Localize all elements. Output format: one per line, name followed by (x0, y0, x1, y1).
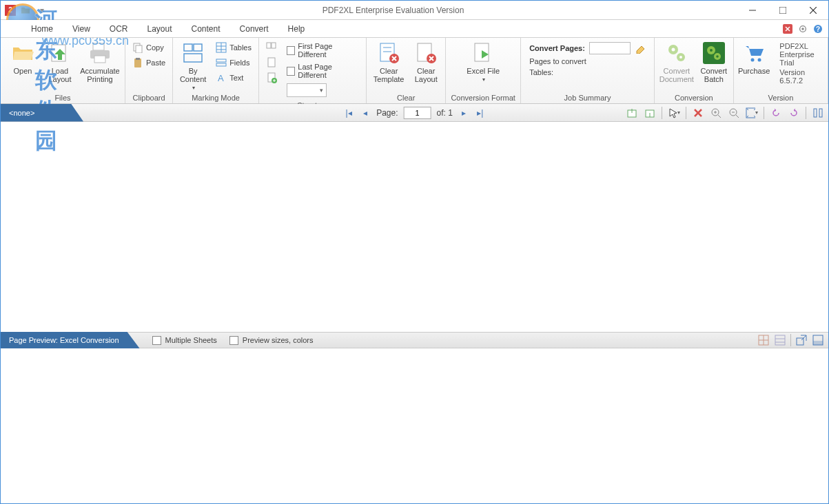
by-content-button[interactable]: By Content ▾ (176, 39, 210, 92)
rotate-left-icon[interactable] (770, 107, 782, 119)
structure-page-icon[interactable] (263, 56, 280, 70)
svg-text:A: A (218, 73, 224, 83)
help-icon[interactable]: ? (812, 23, 824, 35)
first-page-different-checkbox[interactable]: First Page Different (284, 41, 362, 60)
tables-label: Tables: (529, 68, 553, 76)
svg-rect-25 (216, 63, 226, 66)
minimize-button[interactable] (737, 1, 768, 20)
title-bar: 2 ▾ PDF2XL Enterprise Evaluation Version (1, 1, 828, 20)
dock-icon[interactable] (812, 334, 824, 346)
text-button[interactable]: A Text (213, 71, 254, 85)
delete-icon[interactable] (692, 107, 704, 119)
svg-rect-12 (94, 56, 105, 63)
gears-icon (666, 42, 688, 64)
last-page-different-checkbox[interactable]: Last Page Different (284, 61, 362, 81)
preview-table-icon[interactable] (774, 334, 786, 346)
accumulate-printing-button[interactable]: Accumulate Printing (78, 39, 122, 92)
next-page-button[interactable]: ▸ (458, 107, 469, 118)
version-line1: PDF2XL Enterprise Trial (779, 42, 818, 67)
svg-point-6 (801, 28, 804, 30)
first-page-button[interactable]: |◂ (343, 107, 354, 118)
page-number-input[interactable] (404, 107, 431, 119)
structure-add-icon[interactable] (263, 71, 280, 85)
svg-rect-28 (272, 43, 276, 48)
menu-content[interactable]: Content (182, 21, 230, 36)
load-layout-icon (49, 42, 71, 64)
zoom-in-icon[interactable] (710, 107, 722, 119)
folder-open-icon (12, 42, 34, 64)
svg-rect-14 (136, 45, 142, 53)
copy-icon (132, 42, 143, 53)
page-of-label: of: 1 (437, 108, 453, 118)
structure-pages-icon[interactable] (263, 41, 280, 54)
menu-home[interactable]: Home (21, 21, 63, 36)
fit-page-icon[interactable]: ▾ (746, 107, 758, 119)
prev-page-button[interactable]: ◂ (360, 107, 371, 118)
close-ribbon-icon[interactable] (781, 23, 794, 35)
window-title: PDF2XL Enterprise Evaluation Version (49, 6, 737, 15)
menu-help[interactable]: Help (278, 21, 315, 36)
preview-tab[interactable]: Page Preview: Excel Conversion (1, 332, 140, 348)
excel-file-button[interactable]: Excel File ▾ (449, 39, 518, 92)
close-button[interactable] (798, 1, 828, 20)
clear-layout-button[interactable]: Clear Layout (409, 39, 442, 92)
qat-open-icon[interactable] (19, 3, 32, 17)
ribbon-group-conversion-format: Excel File ▾ Conversion Format (446, 38, 521, 103)
svg-point-41 (671, 48, 675, 52)
copy-button[interactable]: Copy (130, 41, 168, 54)
svg-rect-1 (779, 7, 786, 14)
document-tab[interactable]: <none> (1, 104, 83, 122)
cart-icon (743, 42, 765, 64)
load-layout-button[interactable]: Load Layout (43, 39, 76, 92)
menu-convert[interactable]: Convert (230, 21, 278, 36)
clear-template-icon (378, 42, 400, 64)
version-line2: Version 6.5.7.2 (779, 68, 818, 85)
tables-button[interactable]: Tables (213, 41, 254, 54)
fields-button[interactable]: Fields (213, 56, 254, 70)
paste-button[interactable]: Paste (130, 56, 168, 70)
purchase-button[interactable]: Purchase (737, 39, 771, 92)
app-logo-icon: 2 (5, 5, 16, 16)
svg-rect-60 (775, 335, 785, 345)
clear-template-button[interactable]: Clear Template (369, 39, 408, 92)
tool-export-icon[interactable] (626, 107, 638, 119)
svg-rect-10 (93, 43, 104, 50)
structure-dropdown[interactable]: ▾ (284, 82, 362, 98)
preview-sizes-checkbox[interactable]: Preview sizes, colors (229, 336, 314, 345)
svg-point-46 (710, 49, 713, 52)
preview-area (1, 348, 828, 503)
maximize-button[interactable] (768, 1, 798, 20)
chevron-down-icon: ▾ (192, 85, 195, 91)
open-button[interactable]: Open (3, 39, 42, 92)
cursor-icon[interactable]: ▾ (668, 107, 680, 119)
checkbox-icon (287, 46, 295, 55)
convert-pages-input[interactable] (589, 42, 631, 54)
columns-icon[interactable] (812, 107, 824, 119)
page-navigator: |◂ ◂ Page: of: 1 ▸ ▸| (343, 107, 486, 119)
zoom-out-icon[interactable] (728, 107, 740, 119)
document-area (1, 122, 828, 332)
convert-batch-button[interactable]: Convert Batch (697, 39, 730, 92)
svg-rect-55 (814, 109, 817, 117)
eraser-icon[interactable] (635, 43, 646, 54)
pages-to-convert-label: Pages to convert (529, 57, 586, 65)
svg-text:?: ? (816, 25, 820, 33)
clear-layout-icon (415, 42, 437, 64)
menu-view[interactable]: View (63, 21, 100, 36)
ribbon-group-files: Open Load Layout Accumulate Printing Fil… (1, 38, 125, 103)
svg-rect-29 (268, 58, 275, 67)
ribbon: Open Load Layout Accumulate Printing Fil… (1, 38, 828, 104)
convert-document-button[interactable]: Convert Document (657, 39, 696, 92)
popout-icon[interactable] (795, 334, 808, 346)
qat-dropdown-icon[interactable]: ▾ (35, 3, 49, 17)
convert-pages-label: Convert Pages: (529, 44, 585, 52)
preview-grid-icon[interactable] (757, 334, 770, 346)
menu-layout[interactable]: Layout (137, 21, 181, 36)
last-page-button[interactable]: ▸| (475, 107, 486, 118)
menu-ocr[interactable]: OCR (100, 21, 138, 36)
svg-rect-19 (184, 54, 202, 62)
multiple-sheets-checkbox[interactable]: Multiple Sheets (152, 336, 217, 345)
rotate-right-icon[interactable] (788, 107, 800, 119)
settings-icon[interactable] (797, 23, 809, 35)
tool-import-icon[interactable] (644, 107, 656, 119)
